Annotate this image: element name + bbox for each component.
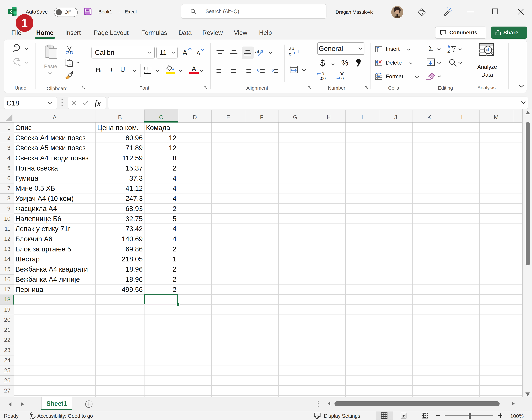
svg-text:0: 0 <box>322 72 324 76</box>
svg-text:0: 0 <box>341 76 344 81</box>
svg-text:.00: .00 <box>320 76 326 81</box>
svg-text:A: A <box>448 45 450 49</box>
svg-text:.00: .00 <box>338 72 344 76</box>
svg-text:Z: Z <box>448 49 450 54</box>
